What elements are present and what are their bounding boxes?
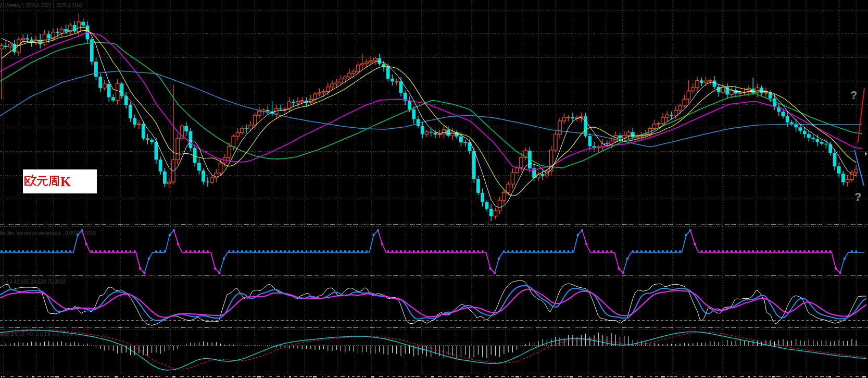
svg-text:K: K	[60, 174, 71, 189]
svg-text:?: ?	[850, 89, 857, 102]
svg-text:5,3,3 42.935 24.629 75.2032: 5,3,3 42.935 24.629 75.2032	[1, 279, 66, 285]
svg-text:USD,Weekly 1.3216 1.3321 1.30: USD,Weekly 1.3216 1.3321 1.3026 1.3160	[0, 3, 82, 8]
svg-text:?: ?	[854, 190, 861, 203]
